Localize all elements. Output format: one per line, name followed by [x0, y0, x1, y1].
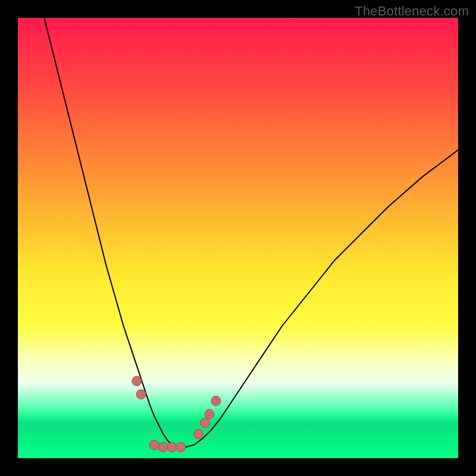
curve-path: [44, 18, 458, 447]
curve-marker: [211, 396, 221, 406]
plot-area: [18, 18, 458, 458]
curve-markers: [132, 377, 221, 452]
curve-marker: [193, 429, 203, 439]
watermark-text: TheBottleneck.com: [355, 4, 469, 19]
curve-marker: [167, 443, 177, 452]
curve-marker: [201, 418, 210, 428]
curve-marker: [205, 409, 214, 419]
chart-frame: TheBottleneck.com: [0, 0, 476, 476]
curve-marker: [136, 390, 146, 399]
curve-marker: [132, 377, 142, 386]
curve-marker: [149, 440, 159, 450]
curve-marker: [158, 443, 168, 452]
curve-marker: [176, 443, 186, 452]
bottleneck-curve: [18, 18, 458, 458]
